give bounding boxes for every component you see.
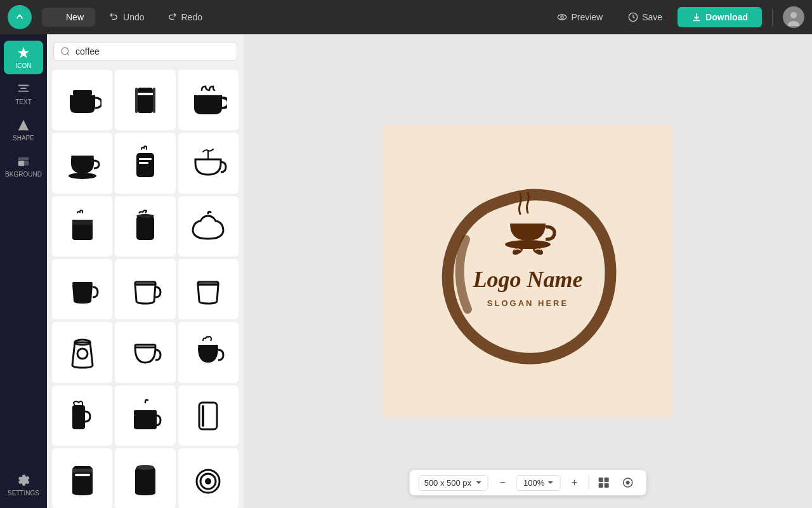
svg-rect-15	[136, 153, 154, 177]
list-item[interactable]	[115, 196, 175, 257]
svg-text:Logo Name: Logo Name	[473, 267, 583, 292]
left-sidebar: ICON TEXT SHAPE BKGROUND SETTINGS	[0, 34, 47, 508]
download-button[interactable]: Download	[678, 7, 762, 27]
list-item[interactable]	[115, 448, 175, 508]
sidebar-item-background-label: BKGROUND	[5, 171, 42, 178]
svg-point-39	[205, 478, 211, 485]
sidebar-item-text-label: TEXT	[15, 98, 32, 105]
svg-rect-23	[135, 282, 155, 284]
list-item[interactable]	[115, 133, 175, 193]
user-avatar[interactable]	[783, 6, 804, 28]
sidebar-item-shape[interactable]: SHAPE	[4, 113, 43, 147]
preview-button[interactable]: Preview	[547, 8, 613, 27]
svg-rect-19	[72, 220, 93, 225]
list-item[interactable]	[52, 70, 112, 130]
sidebar-item-background[interactable]: BKGROUND	[4, 149, 43, 183]
svg-rect-8	[73, 90, 92, 95]
layout-view-button[interactable]	[618, 474, 637, 491]
zoom-out-button[interactable]: −	[494, 474, 511, 491]
list-item[interactable]	[178, 259, 239, 319]
canvas-wrap: Logo Name SLOGAN HERE	[382, 125, 674, 417]
svg-point-13	[69, 173, 96, 179]
svg-rect-51	[604, 483, 608, 488]
svg-point-1	[18, 14, 21, 17]
list-item[interactable]	[52, 448, 112, 508]
divider	[588, 476, 589, 490]
svg-rect-35	[75, 474, 90, 476]
list-item[interactable]	[52, 259, 112, 319]
logo-design[interactable]: Logo Name SLOGAN HERE	[420, 163, 636, 379]
canvas-background[interactable]: Logo Name SLOGAN HERE	[382, 125, 674, 417]
svg-point-26	[77, 349, 88, 359]
redo-button[interactable]: Redo	[158, 8, 211, 27]
canvas-area: Logo Name SLOGAN HERE 500 x 500 px − 100…	[244, 34, 812, 508]
list-item[interactable]	[52, 385, 112, 446]
undo-button[interactable]: Undo	[100, 8, 153, 27]
list-item[interactable]	[52, 133, 112, 193]
zoom-in-button[interactable]: +	[565, 474, 583, 491]
svg-point-0	[14, 11, 25, 23]
app-logo[interactable]	[8, 5, 32, 29]
svg-rect-14	[71, 156, 94, 158]
sidebar-item-shape-label: SHAPE	[13, 135, 34, 142]
svg-point-2	[558, 15, 566, 20]
list-item[interactable]	[115, 385, 175, 446]
icons-grid	[47, 66, 244, 508]
sidebar-item-settings[interactable]: SETTINGS	[4, 468, 43, 502]
list-item[interactable]	[178, 70, 239, 130]
svg-rect-50	[598, 483, 603, 488]
search-wrap	[53, 42, 237, 61]
search-area	[47, 34, 244, 66]
svg-rect-16	[139, 158, 152, 160]
svg-point-7	[62, 48, 69, 55]
zoom-display[interactable]: 100%	[516, 475, 560, 491]
search-icon	[60, 46, 70, 57]
list-item[interactable]	[178, 448, 239, 508]
svg-text:SLOGAN HERE: SLOGAN HERE	[487, 298, 568, 308]
new-button[interactable]: New	[42, 8, 95, 27]
svg-rect-11	[153, 88, 155, 113]
svg-rect-49	[604, 478, 608, 482]
list-item[interactable]	[115, 259, 175, 319]
bottom-toolbar: 500 x 500 px − 100% +	[410, 470, 646, 495]
svg-point-36	[136, 465, 154, 470]
svg-point-3	[561, 16, 563, 18]
svg-rect-20	[136, 216, 154, 240]
list-item[interactable]	[115, 322, 175, 382]
main-area: ICON TEXT SHAPE BKGROUND SETTINGS	[0, 34, 812, 508]
svg-rect-48	[598, 478, 603, 482]
list-item[interactable]	[52, 196, 112, 257]
svg-rect-24	[198, 282, 218, 284]
svg-rect-29	[72, 405, 85, 429]
size-label: 500 x 500 px	[424, 478, 471, 488]
divider	[772, 8, 773, 26]
svg-rect-31	[134, 410, 157, 415]
list-item[interactable]	[52, 322, 112, 382]
sidebar-item-icon[interactable]: ICON	[4, 41, 43, 74]
list-item[interactable]	[178, 322, 239, 382]
svg-rect-34	[72, 469, 93, 472]
svg-rect-28	[198, 345, 218, 347]
list-item[interactable]	[115, 70, 175, 130]
zoom-label: 100%	[523, 478, 544, 488]
sidebar-item-icon-label: ICON	[16, 62, 32, 69]
svg-rect-12	[138, 93, 153, 95]
save-button[interactable]: Save	[618, 8, 672, 27]
sidebar-item-text[interactable]: TEXT	[4, 77, 43, 110]
svg-point-53	[625, 481, 629, 485]
size-selector[interactable]: 500 x 500 px	[419, 475, 488, 491]
svg-rect-22	[72, 282, 93, 284]
list-item[interactable]	[178, 133, 239, 193]
list-item[interactable]	[178, 385, 239, 446]
svg-rect-27	[135, 345, 155, 347]
search-input[interactable]	[75, 46, 230, 57]
svg-point-21	[136, 214, 154, 218]
svg-rect-9	[138, 88, 153, 113]
list-item[interactable]	[178, 196, 239, 257]
svg-rect-10	[135, 88, 138, 113]
sidebar-item-settings-label: SETTINGS	[8, 490, 39, 497]
svg-point-5	[790, 12, 797, 18]
svg-rect-17	[139, 162, 148, 164]
grid-view-button[interactable]	[594, 474, 613, 491]
topbar: New Undo Redo Preview Save Download	[0, 0, 812, 34]
